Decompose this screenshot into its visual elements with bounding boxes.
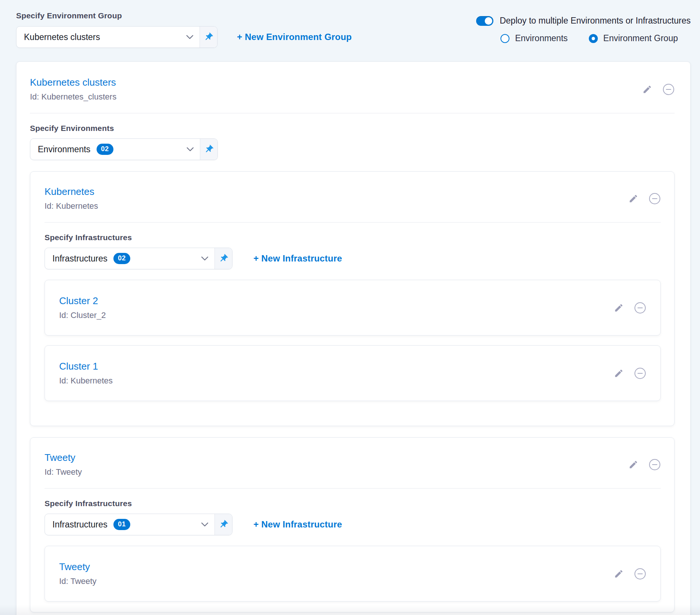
- radio-environment-group-circle[interactable]: [589, 34, 598, 43]
- environments-dropdown[interactable]: Environments 02: [30, 138, 218, 160]
- infrastructure-id: Id: Tweety: [59, 576, 97, 586]
- chevron-down-icon: [201, 522, 209, 527]
- pin-icon[interactable]: [200, 27, 217, 48]
- infrastructures-dropdown-main[interactable]: Infrastructures 02: [45, 248, 214, 269]
- environment-group-id: Id: Kubernetes_clusters: [30, 92, 116, 102]
- environment-card-kubernetes: Kubernetes Id: Kubernetes Specify Infras…: [30, 171, 675, 426]
- env-group-select-block: Specify Environment Group Kubernetes clu…: [16, 11, 352, 48]
- environment-title-block: Tweety Id: Tweety: [45, 452, 82, 477]
- env-group-dropdown-main[interactable]: Kubernetes clusters: [16, 27, 200, 48]
- radio-environments-circle[interactable]: [500, 34, 509, 43]
- env-group-dropdown[interactable]: Kubernetes clusters: [16, 26, 217, 48]
- edit-pencil-icon[interactable]: [629, 194, 638, 204]
- specify-environments-label: Specify Environments: [30, 124, 675, 133]
- environment-title[interactable]: Tweety: [45, 452, 82, 463]
- remove-minus-icon[interactable]: [663, 83, 675, 95]
- infrastructure-card-tweety: Tweety Id: Tweety: [45, 546, 661, 602]
- pin-icon[interactable]: [200, 139, 217, 160]
- new-infrastructure-link[interactable]: + New Infrastructure: [253, 253, 342, 264]
- env-group-dropdown-value: Kubernetes clusters: [24, 32, 100, 42]
- infrastructures-count-badge: 02: [113, 253, 130, 264]
- environment-group-card: Kubernetes clusters Id: Kubernetes_clust…: [16, 61, 691, 615]
- environment-title-block: Kubernetes Id: Kubernetes: [45, 186, 98, 211]
- specify-infrastructures-label: Specify Infrastructures: [45, 499, 661, 508]
- edit-pencil-icon[interactable]: [614, 368, 624, 378]
- infrastructures-dropdown-value: Infrastructures: [52, 254, 107, 264]
- edit-pencil-icon[interactable]: [614, 303, 624, 313]
- pin-icon[interactable]: [214, 248, 232, 269]
- infrastructures-dropdown-main[interactable]: Infrastructures 01: [45, 514, 214, 535]
- toggle-knob: [485, 17, 492, 25]
- divider: [30, 113, 675, 113]
- pin-icon[interactable]: [214, 514, 232, 535]
- infrastructures-dropdown-value: Infrastructures: [52, 520, 107, 530]
- chevron-down-icon: [186, 147, 194, 152]
- divider: [45, 222, 661, 223]
- infrastructures-dropdown[interactable]: Infrastructures 02: [45, 248, 232, 269]
- new-environment-group-link[interactable]: + New Environment Group: [237, 32, 352, 42]
- radio-environments-label: Environments: [515, 33, 568, 43]
- infrastructure-title-block: Tweety Id: Tweety: [59, 561, 97, 586]
- remove-minus-icon[interactable]: [634, 568, 646, 580]
- environment-group-title[interactable]: Kubernetes clusters: [30, 77, 116, 88]
- infrastructure-title-block: Cluster 2 Id: Cluster_2: [59, 295, 106, 320]
- remove-minus-icon[interactable]: [634, 367, 646, 379]
- infrastructure-title[interactable]: Cluster 2: [59, 295, 106, 307]
- infrastructure-card-cluster-1: Cluster 1 Id: Kubernetes: [45, 345, 661, 401]
- environment-id: Id: Kubernetes: [45, 201, 98, 211]
- environment-group-title-block: Kubernetes clusters Id: Kubernetes_clust…: [30, 77, 116, 102]
- environment-group-card-header: Kubernetes clusters Id: Kubernetes_clust…: [30, 77, 675, 102]
- remove-minus-icon[interactable]: [649, 193, 661, 205]
- environments-dropdown-main[interactable]: Environments 02: [30, 139, 200, 160]
- infrastructure-id: Id: Cluster_2: [59, 310, 106, 320]
- chevron-down-icon: [186, 35, 194, 39]
- top-bar: Specify Environment Group Kubernetes clu…: [16, 11, 691, 48]
- specify-env-group-label: Specify Environment Group: [16, 11, 352, 20]
- edit-pencil-icon[interactable]: [614, 569, 624, 579]
- infrastructure-id: Id: Kubernetes: [59, 376, 113, 386]
- specify-infrastructures-label: Specify Infrastructures: [45, 233, 661, 242]
- remove-minus-icon[interactable]: [634, 302, 646, 314]
- radio-environments[interactable]: Environments: [500, 33, 568, 43]
- divider: [45, 488, 661, 489]
- environment-group-page: Specify Environment Group Kubernetes clu…: [0, 0, 700, 615]
- deploy-multiple-toggle[interactable]: [476, 16, 493, 26]
- infrastructure-title[interactable]: Tweety: [59, 561, 97, 573]
- infrastructures-count-badge: 01: [113, 519, 130, 530]
- new-infrastructure-link[interactable]: + New Infrastructure: [253, 519, 342, 530]
- environment-card-tweety: Tweety Id: Tweety Specify Infrastructure…: [30, 437, 675, 612]
- environments-dropdown-value: Environments: [38, 144, 91, 154]
- deploy-target-radio-group: Environments Environment Group: [500, 33, 678, 43]
- infrastructure-title[interactable]: Cluster 1: [59, 361, 113, 372]
- infrastructure-title-block: Cluster 1 Id: Kubernetes: [59, 361, 113, 386]
- remove-minus-icon[interactable]: [649, 459, 661, 471]
- radio-environment-group[interactable]: Environment Group: [589, 33, 678, 43]
- edit-pencil-icon[interactable]: [642, 85, 652, 94]
- environments-count-badge: 02: [97, 144, 113, 155]
- infrastructures-dropdown[interactable]: Infrastructures 01: [45, 514, 232, 535]
- environment-title[interactable]: Kubernetes: [45, 186, 98, 198]
- deploy-toggle-label: Deploy to multiple Environments or Infra…: [500, 16, 691, 26]
- edit-pencil-icon[interactable]: [629, 460, 638, 469]
- infrastructure-card-cluster-2: Cluster 2 Id: Cluster_2: [45, 280, 661, 336]
- deploy-options-block: Deploy to multiple Environments or Infra…: [476, 11, 691, 43]
- radio-environment-group-label: Environment Group: [603, 33, 678, 43]
- environment-id: Id: Tweety: [45, 467, 82, 477]
- chevron-down-icon: [201, 256, 209, 261]
